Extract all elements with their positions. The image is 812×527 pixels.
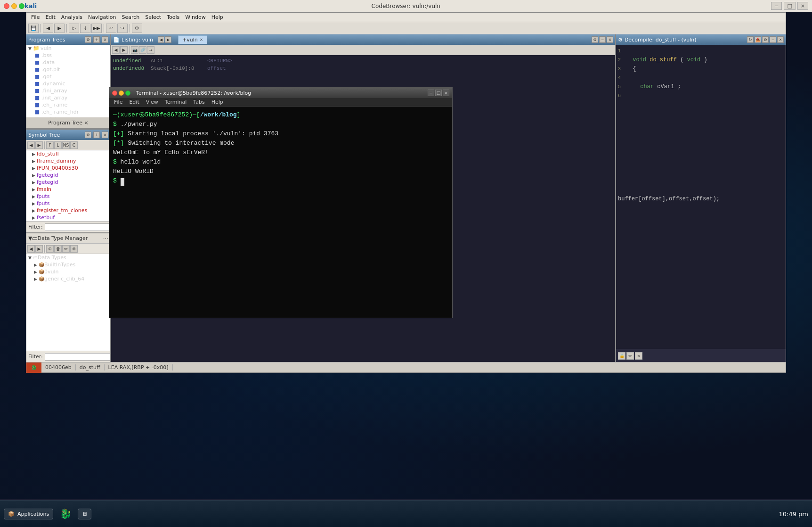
sym-toolbar-btn5[interactable]: NS [62,141,70,149]
df-btn3[interactable]: × [635,352,642,360]
terminal-menu-help[interactable]: Help [209,99,226,105]
tree-item-dynamic[interactable]: ■ .dynamic [26,80,110,87]
terminal-menu-terminal[interactable]: Terminal [162,99,190,105]
dt-toolbar-btn6[interactable]: ⊗ [70,245,78,253]
symbol-tree-filter-input[interactable] [45,223,111,231]
sym-toolbar-btn6[interactable]: C [70,141,78,149]
decompile-minimize-btn[interactable]: − [770,36,776,43]
terminal-restore-btn[interactable]: □ [435,90,442,96]
tree-item-fini-array[interactable]: ■ .fini_array [26,87,110,94]
listing-nav-fwd[interactable]: ▶ [165,36,171,43]
sym-getegid-2[interactable]: ▶ f getegid [26,179,110,186]
terminal-action-controls[interactable]: − □ × [428,90,449,96]
terminal-content[interactable]: ─(xuser㉿5ba9fe867252)─[/work/blog] $ ./p… [109,107,452,318]
tree-item-data[interactable]: ■ .data [26,59,110,66]
menu-select[interactable]: Select [142,13,164,21]
decompile-settings-btn[interactable]: ⚙ [762,36,769,43]
program-tree-close-btn[interactable]: × [102,36,108,43]
dt-generic[interactable]: ▶ 📦 generic_clib_64 [26,275,110,282]
terminal-menu-file[interactable]: File [111,99,125,105]
maximize-button[interactable] [19,3,24,9]
listing-tab-close[interactable]: × [200,37,203,42]
menu-tools[interactable]: Tools [164,13,182,21]
menu-window[interactable]: Window [182,13,208,21]
menu-navigation[interactable]: Navigation [85,13,119,21]
dt-builtin[interactable]: ▶ 📦 BuiltInTypes [26,261,110,268]
terminal-maximize-dot[interactable] [125,91,130,96]
sym-toolbar-btn2[interactable]: ▶ [35,141,43,149]
taskbar-dragon-icon[interactable]: 🐉 [57,505,74,522]
toolbar-save-btn[interactable]: 💾 [28,24,39,33]
listing-close-btn[interactable]: × [607,36,613,43]
window-close-btn[interactable]: × [797,2,808,10]
dt-toolbar-btn4[interactable]: 🗑 [54,245,62,253]
terminal-menu-edit[interactable]: Edit [126,99,142,105]
listing-toolbar-btn1[interactable]: ◀ [112,46,120,54]
data-type-settings-btn[interactable]: ⋯ [103,235,108,241]
df-btn1[interactable]: 🔒 [618,352,625,360]
data-type-filter-input[interactable] [45,353,111,361]
tree-item-bss[interactable]: ■ .bss [26,52,110,59]
df-btn2[interactable]: ✏ [626,352,634,360]
tree-item-init-array[interactable]: ■ .init_array [26,94,110,101]
symbol-tree-settings-btn[interactable]: ⚙ [85,132,91,138]
tree-item-eh-frame[interactable]: ■ .eh_frame [26,101,110,108]
listing-nav-back[interactable]: ◀ [158,36,164,43]
tree-item-got[interactable]: ■ .got [26,73,110,80]
toolbar-debug-btn[interactable]: ▷ [69,24,79,33]
listing-toolbar-ref[interactable]: 🔗 [139,46,146,54]
dt-toolbar-btn2[interactable]: ▶ [35,245,43,253]
dt-toolbar-btn3[interactable]: ⊕ [46,245,54,253]
terminal-minimize-dot[interactable] [119,91,124,96]
close-button[interactable] [4,3,9,9]
sym-frame-dummy[interactable]: ▶ f frame_dummy [26,157,110,165]
window-action-controls[interactable]: − □ × [771,2,808,10]
decompile-refresh-btn[interactable]: ↻ [747,36,754,43]
program-tree-settings-btn[interactable]: ⚙ [85,36,91,43]
sym-puts-2[interactable]: ▶ f puts [26,200,110,207]
terminal-close-dot[interactable] [112,91,117,96]
sym-register-tm[interactable]: ▶ f register_tm_clones [26,207,110,214]
tree-item-eh-frame-hdr[interactable]: ■ .eh_frame_hdr [26,108,110,115]
dt-vuln[interactable]: ▶ 📦 0vuln [26,268,110,275]
dt-root-datatypes[interactable]: ▼ 🗃 Data Types [26,254,110,261]
toolbar-redo-btn[interactable]: ↪ [117,24,128,33]
menu-search[interactable]: Search [119,13,142,21]
window-minimize-btn[interactable]: − [771,2,782,10]
listing-toolbar-snap[interactable]: 📷 [131,46,138,54]
symbol-tree-add-btn[interactable]: + [93,132,100,138]
sym-setbuf-1[interactable]: ▶ f setbuf [26,214,110,221]
dt-toolbar-btn5[interactable]: ✏ [62,245,70,253]
menu-help[interactable]: Help [209,13,226,21]
data-type-manager-header[interactable]: ▼ 🗃 Data Type Manager ⋯ [26,233,110,244]
taskbar-terminal-app[interactable]: 🖥 [78,509,91,519]
toolbar-undo-btn[interactable]: ↩ [106,24,116,33]
menu-edit[interactable]: Edit [42,13,58,21]
terminal-minimize-btn[interactable]: − [428,90,434,96]
toolbar-back-btn[interactable]: ◀ [43,24,53,33]
listing-minimize-btn[interactable]: − [599,36,606,43]
window-restore-btn[interactable]: □ [784,2,795,10]
listing-toolbar-goto[interactable]: → [147,46,154,54]
sym-puts-1[interactable]: ▶ f puts [26,193,110,200]
sym-do-stuff[interactable]: ▶ f do_stuff [26,150,110,157]
program-tree-add-btn[interactable]: + [93,36,100,43]
menu-analysis[interactable]: Analysis [58,13,85,21]
sym-fun-00400530[interactable]: ▶ f FUN_00400530 [26,165,110,172]
taskbar-apps-menu[interactable]: 📦 Applications [4,509,53,519]
toolbar-step-btn[interactable]: ↓ [80,24,90,33]
toolbar-forward-btn[interactable]: ▶ [54,24,65,33]
window-controls[interactable] [4,3,24,9]
sym-toolbar-btn3[interactable]: F [46,141,54,149]
listing-toolbar-btn2[interactable]: ▶ [120,46,128,54]
terminal-window-controls[interactable] [112,91,130,96]
toolbar-analyze-btn[interactable]: ⚙ [132,24,142,33]
symbol-tree-close-btn[interactable]: × [102,132,108,138]
decompile-close-btn[interactable]: × [777,36,784,43]
minimize-button[interactable] [11,3,17,9]
dt-toolbar-btn1[interactable]: ◀ [27,245,35,253]
tree-item-got-plt[interactable]: ■ .got.plt [26,66,110,73]
sym-toolbar-btn1[interactable]: ◀ [27,141,35,149]
terminal-menu-view[interactable]: View [143,99,161,105]
sym-toolbar-btn4[interactable]: L [54,141,62,149]
